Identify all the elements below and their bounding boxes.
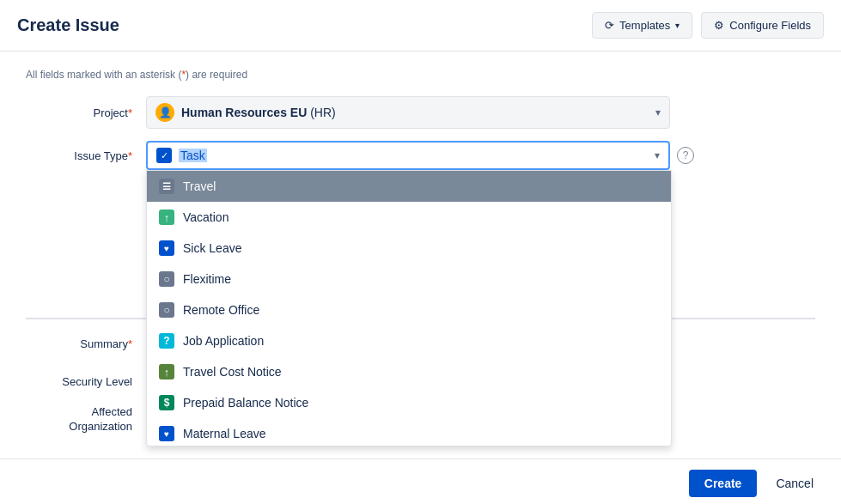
remote-office-label: Remote Office bbox=[183, 303, 259, 317]
issue-type-left: ✓ Task bbox=[156, 148, 207, 163]
dropdown-item-sick-leave[interactable]: ♥ Sick Leave bbox=[147, 233, 671, 264]
remote-office-icon: ○ bbox=[159, 302, 174, 318]
dropdown-item-travel-cost-notice[interactable]: ↑ Travel Cost Notice bbox=[147, 356, 671, 387]
dropdown-item-travel[interactable]: ☰ Travel bbox=[147, 171, 671, 202]
vacation-icon: ↑ bbox=[159, 209, 174, 225]
dropdown-item-job-application[interactable]: ? Job Application bbox=[147, 325, 671, 356]
issue-type-label: Issue Type* bbox=[26, 149, 146, 162]
prepaid-balance-icon: $ bbox=[159, 395, 174, 410]
project-select[interactable]: 👤 Human Resources EU (HR) ▾ bbox=[146, 96, 670, 129]
configure-fields-label: Configure Fields bbox=[729, 19, 811, 32]
project-avatar: 👤 bbox=[155, 103, 174, 122]
project-name: Human Resources EU (HR) bbox=[181, 106, 336, 119]
header-actions: ⟳ Templates ▾ ⚙ Configure Fields bbox=[592, 12, 824, 39]
project-row: Project* 👤 Human Resources EU (HR) ▾ bbox=[26, 96, 815, 129]
project-select-left: 👤 Human Resources EU (HR) bbox=[155, 103, 336, 122]
travel-cost-label: Travel Cost Notice bbox=[183, 365, 282, 379]
configure-icon: ⚙ bbox=[714, 19, 724, 32]
travel-cost-icon: ↑ bbox=[159, 364, 174, 380]
checkmark-icon: ✓ bbox=[161, 150, 168, 161]
chevron-down-icon: ▾ bbox=[675, 21, 680, 30]
issue-type-dropdown: ☰ Travel ↑ Vacation ♥ Sick Leave ○ Flexi… bbox=[146, 170, 672, 446]
summary-asterisk: * bbox=[128, 337, 132, 350]
dropdown-item-flexitime[interactable]: ○ Flexitime bbox=[147, 264, 671, 295]
page-title: Create Issue bbox=[17, 15, 119, 35]
project-label: Project* bbox=[26, 106, 146, 119]
project-chevron-icon: ▾ bbox=[655, 106, 661, 118]
bottom-bar: Create Cancel bbox=[0, 458, 841, 504]
dropdown-list: ☰ Travel ↑ Vacation ♥ Sick Leave ○ Flexi… bbox=[147, 171, 671, 446]
security-level-label: Security Level bbox=[26, 375, 146, 388]
issue-type-help-icon[interactable]: ? bbox=[677, 147, 694, 164]
header: Create Issue ⟳ Templates ▾ ⚙ Configure F… bbox=[0, 0, 841, 52]
summary-label: Summary* bbox=[26, 337, 146, 350]
affected-org-label: AffectedOrganization bbox=[26, 405, 146, 434]
asterisk-symbol: * bbox=[181, 69, 186, 81]
dropdown-item-remote-office[interactable]: ○ Remote Office bbox=[147, 295, 671, 325]
job-application-icon: ? bbox=[159, 333, 174, 349]
create-button[interactable]: Create bbox=[689, 470, 758, 497]
dropdown-item-vacation[interactable]: ↑ Vacation bbox=[147, 202, 671, 233]
issue-type-value: Task bbox=[179, 149, 207, 162]
sick-leave-icon: ♥ bbox=[159, 240, 174, 256]
issue-type-checkbox-icon: ✓ bbox=[156, 148, 172, 163]
flexitime-label: Flexitime bbox=[183, 272, 231, 286]
maternal-leave-label: Maternal Leave bbox=[183, 427, 266, 440]
project-required-asterisk: * bbox=[128, 106, 132, 119]
project-name-strong: Human Resources EU bbox=[181, 106, 307, 119]
issue-type-wrapper: ✓ Task ▾ ? bbox=[146, 141, 694, 170]
prepaid-balance-label: Prepaid Balance Notice bbox=[183, 396, 308, 410]
form-body: All fields marked with an asterisk (*) a… bbox=[0, 52, 841, 504]
dropdown-item-prepaid-balance[interactable]: $ Prepaid Balance Notice bbox=[147, 387, 671, 418]
cancel-button[interactable]: Cancel bbox=[765, 470, 824, 497]
job-application-label: Job Application bbox=[183, 334, 264, 348]
issue-type-select[interactable]: ✓ Task ▾ bbox=[146, 141, 670, 170]
travel-icon: ☰ bbox=[159, 179, 174, 194]
templates-icon: ⟳ bbox=[605, 19, 614, 32]
sick-leave-label: Sick Leave bbox=[183, 241, 241, 255]
flexitime-icon: ○ bbox=[159, 271, 174, 287]
issue-type-chevron-icon: ▾ bbox=[655, 149, 660, 161]
dropdown-item-maternal-leave[interactable]: ♥ Maternal Leave bbox=[147, 418, 671, 446]
issue-type-row: Issue Type* ✓ Task ▾ ? ☰ Travel bbox=[26, 141, 815, 170]
templates-button[interactable]: ⟳ Templates ▾ bbox=[592, 12, 692, 39]
travel-label: Travel bbox=[183, 179, 216, 193]
configure-fields-button[interactable]: ⚙ Configure Fields bbox=[701, 12, 824, 39]
templates-label: Templates bbox=[619, 19, 670, 32]
person-icon: 👤 bbox=[159, 106, 172, 118]
vacation-label: Vacation bbox=[183, 210, 229, 224]
required-notice: All fields marked with an asterisk (*) a… bbox=[26, 69, 815, 81]
issue-type-required-asterisk: * bbox=[128, 149, 132, 162]
maternal-leave-icon: ♥ bbox=[159, 426, 174, 441]
